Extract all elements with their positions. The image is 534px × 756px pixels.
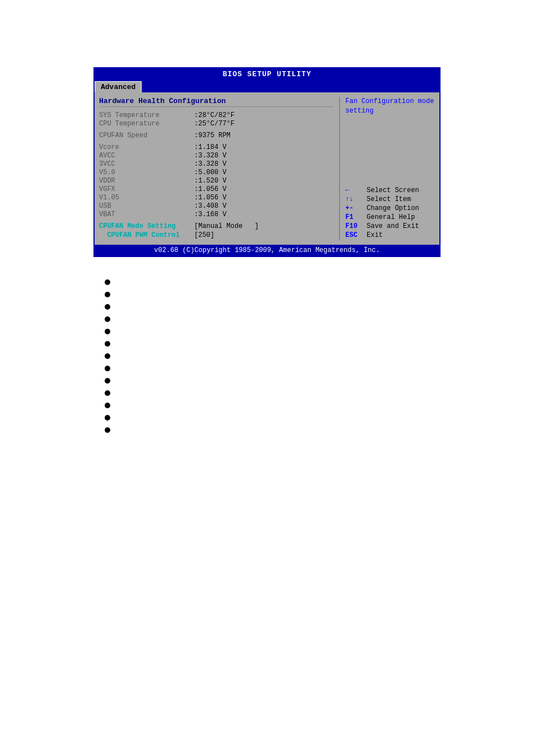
avcc-label: AVCC [99, 152, 194, 160]
sys-temp-label: SYS Temperature [99, 111, 194, 119]
cpufan-pwm-label: CPUFAN PWM Control [99, 231, 194, 239]
vbat-row: VBAT :3.168 V [99, 211, 334, 218]
cpufan-speed-label: CPUFAN Speed [99, 132, 194, 139]
bullet-icon [105, 316, 110, 322]
key-row-f1: F1 General Help [345, 213, 435, 221]
bullet-icon [105, 304, 110, 310]
cpufan-mode-label: CPUFAN Mode Setting [99, 222, 194, 230]
list-item [105, 341, 441, 347]
key-f1-desc: General Help [367, 213, 415, 221]
usb-row: USB :3.408 V [99, 202, 334, 210]
key-f10-name: F10 [345, 222, 367, 230]
v50-row: V5.0 :5.000 V [99, 169, 334, 176]
cpufan-mode-value: [Manual Mode ] [194, 222, 259, 230]
vddr-value: :1.520 V [194, 177, 227, 185]
bullet-icon [105, 329, 110, 334]
list-item [105, 292, 441, 297]
key-row-left: ← Select Screen [345, 186, 435, 194]
bullet-group-2 [105, 304, 441, 433]
bios-window: BIOS SETUP UTILITY Advanced Hardware Hea… [93, 67, 441, 257]
list-item [105, 427, 441, 433]
key-updown-desc: Select Item [367, 195, 411, 203]
key-row-updown: ↑↓ Select Item [345, 195, 435, 203]
v50-label: V5.0 [99, 169, 194, 176]
help-description: Fan Configuration mode setting [345, 97, 435, 116]
avcc-row: AVCC :3.328 V [99, 152, 334, 160]
vgfx-value: :1.056 V [194, 185, 227, 193]
vbat-value: :3.168 V [194, 211, 227, 218]
key-row-esc: ESC Exit [345, 231, 435, 239]
key-plusminus-desc: Change Option [367, 204, 419, 212]
bullet-icon [105, 341, 110, 347]
vbat-label: VBAT [99, 211, 194, 218]
3vcc-row: 3VCC :3.328 V [99, 160, 334, 168]
panel-divider [339, 97, 340, 240]
key-row-f10: F10 Save and Exit [345, 222, 435, 230]
list-item [105, 378, 441, 384]
v105-label: V1.05 [99, 194, 194, 202]
bullet-icon [105, 366, 110, 371]
bios-title: BIOS SETUP UTILITY [95, 68, 439, 80]
bios-wrapper: BIOS SETUP UTILITY Advanced Hardware Hea… [0, 0, 534, 756]
bullet-icon [105, 292, 110, 297]
v105-value: :1.056 V [194, 194, 227, 202]
v105-row: V1.05 :1.056 V [99, 194, 334, 202]
bullet-icon [105, 353, 110, 359]
3vcc-label: 3VCC [99, 160, 194, 168]
list-item [105, 403, 441, 408]
usb-value: :3.408 V [194, 202, 227, 210]
list-item [105, 316, 441, 322]
list-item [105, 279, 441, 285]
spacer-right [345, 123, 435, 184]
bios-footer: v02.68 (C)Copyright 1985-2009, American … [95, 245, 439, 256]
cpufan-speed-value: :9375 RPM [194, 132, 231, 139]
section-header: Hardware Health Configuration [99, 97, 334, 107]
vgfx-label: VGFX [99, 185, 194, 193]
data-rows: SYS Temperature :28°C/82°F CPU Temperatu… [99, 111, 334, 239]
bios-main: Hardware Health Configuration SYS Temper… [95, 92, 439, 245]
bios-left-panel: Hardware Health Configuration SYS Temper… [99, 97, 334, 240]
bios-right-panel: Fan Configuration mode setting ← Select … [345, 97, 435, 240]
key-plusminus-name: +- [345, 204, 367, 212]
usb-label: USB [99, 202, 194, 210]
key-updown-name: ↑↓ [345, 195, 367, 203]
bios-tab-bar: Advanced [95, 80, 439, 92]
bullet-icon [105, 427, 110, 433]
bullet-icon [105, 415, 110, 421]
cpufan-pwm-value: [250] [194, 231, 214, 239]
bullet-section [93, 279, 441, 440]
key-help-section: ← Select Screen ↑↓ Select Item +- Change… [345, 186, 435, 240]
bullet-icon [105, 390, 110, 396]
key-left-name: ← [345, 186, 367, 194]
cpu-temp-label: CPU Temperature [99, 120, 194, 128]
list-item [105, 353, 441, 359]
vcore-value: :1.184 V [194, 143, 227, 151]
vgfx-row: VGFX :1.056 V [99, 185, 334, 193]
bullet-icon [105, 279, 110, 285]
vcore-label: Vcore [99, 143, 194, 151]
sys-temp-value: :28°C/82°F [194, 111, 235, 119]
vddr-label: VDDR [99, 177, 194, 185]
key-esc-name: ESC [345, 231, 367, 239]
cpu-temp-row: CPU Temperature :25°C/77°F [99, 120, 334, 128]
bullet-icon [105, 403, 110, 408]
list-item [105, 366, 441, 371]
cpufan-speed-row: CPUFAN Speed :9375 RPM [99, 132, 334, 139]
cpufan-pwm-row[interactable]: CPUFAN PWM Control [250] [99, 231, 334, 239]
list-item [105, 390, 441, 396]
vcore-row: Vcore :1.184 V [99, 143, 334, 151]
bullet-icon [105, 378, 110, 384]
key-row-plusminus: +- Change Option [345, 204, 435, 212]
vddr-row: VDDR :1.520 V [99, 177, 334, 185]
cpu-temp-value: :25°C/77°F [194, 120, 235, 128]
3vcc-value: :3.328 V [194, 160, 227, 168]
bullet-group-1 [105, 279, 441, 297]
list-item [105, 329, 441, 334]
cpufan-mode-row[interactable]: CPUFAN Mode Setting [Manual Mode ] [99, 222, 334, 230]
sys-temp-row: SYS Temperature :28°C/82°F [99, 111, 334, 119]
key-f1-name: F1 [345, 213, 367, 221]
v50-value: :5.000 V [194, 169, 227, 176]
tab-advanced[interactable]: Advanced [95, 81, 142, 92]
key-f10-desc: Save and Exit [367, 222, 419, 230]
avcc-value: :3.328 V [194, 152, 227, 160]
